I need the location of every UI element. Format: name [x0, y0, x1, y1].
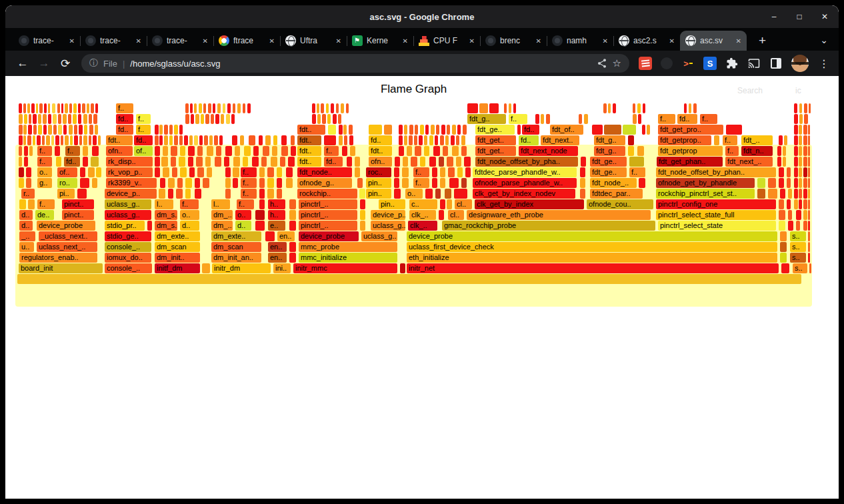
- flame-cell[interactable]: [155, 157, 160, 167]
- tab-asc-sv[interactable]: asc.sv✕: [680, 31, 747, 51]
- flame-cell[interactable]: [799, 189, 802, 199]
- flame-cell[interactable]: [787, 167, 791, 177]
- flame-cell[interactable]: [639, 178, 645, 188]
- flame-cell[interactable]: dm_init..: [155, 253, 200, 263]
- flame-cell[interactable]: [68, 114, 71, 124]
- flame-cell[interactable]: [19, 146, 22, 156]
- flame-cell[interactable]: [796, 210, 801, 220]
- flame-cell[interactable]: [808, 157, 810, 167]
- flame-cell[interactable]: ofnode_parse_phandle_w..: [473, 178, 577, 188]
- flame-cell[interactable]: pinctrl_select_state: [658, 221, 776, 231]
- flame-cell[interactable]: [794, 146, 798, 156]
- flame-cell[interactable]: [168, 189, 173, 199]
- flame-cell[interactable]: [394, 167, 399, 177]
- flame-cell[interactable]: [779, 135, 783, 145]
- flame-cell[interactable]: [440, 167, 445, 177]
- flame-cell[interactable]: [779, 210, 785, 220]
- new-tab-button[interactable]: +: [756, 33, 769, 51]
- minimize-icon[interactable]: –: [769, 12, 779, 21]
- flame-cell[interactable]: [794, 103, 797, 113]
- flame-cell[interactable]: h..: [268, 199, 285, 209]
- flame-cell[interactable]: [808, 178, 810, 188]
- dim-extension-icon[interactable]: [661, 57, 673, 69]
- flame-cell[interactable]: [155, 167, 160, 177]
- flame-cell[interactable]: [89, 135, 91, 145]
- flame-cell[interactable]: fdtdec_par..: [590, 189, 643, 199]
- flame-cell[interactable]: regulators_enab..: [19, 253, 97, 263]
- flame-cell[interactable]: fdt_g..: [594, 135, 625, 145]
- flame-cell[interactable]: [803, 189, 807, 199]
- flame-cell[interactable]: [227, 103, 231, 113]
- flame-cell[interactable]: [184, 135, 188, 145]
- flame-cell[interactable]: mmc_probe: [299, 242, 397, 252]
- flame-cell[interactable]: [199, 135, 203, 145]
- flame-cell[interactable]: [19, 135, 23, 145]
- flame-cell[interactable]: [38, 114, 41, 124]
- flame-cell[interactable]: ofn..: [369, 157, 392, 167]
- flame-cell[interactable]: [55, 135, 59, 145]
- flame-cell[interactable]: clk_..: [409, 210, 436, 220]
- flame-cell[interactable]: [80, 178, 89, 188]
- flame-cell[interactable]: [203, 178, 209, 188]
- flame-cell[interactable]: [33, 125, 37, 135]
- flame-cell[interactable]: s..: [793, 263, 807, 273]
- flame-cell[interactable]: [452, 125, 456, 135]
- flame-cell[interactable]: [331, 103, 334, 113]
- flame-cell[interactable]: [53, 125, 57, 135]
- flame-cell[interactable]: uclass_g..: [105, 210, 151, 220]
- flame-cell[interactable]: [19, 114, 23, 124]
- flame-cell[interactable]: fd..: [64, 157, 80, 167]
- flame-cell[interactable]: ofnode_g..: [297, 178, 352, 188]
- flame-cell[interactable]: [197, 167, 204, 177]
- flame-cell[interactable]: fdt..: [297, 157, 321, 167]
- flame-cell[interactable]: [191, 114, 194, 124]
- flame-cell[interactable]: [185, 178, 192, 188]
- flame-cell[interactable]: [360, 210, 365, 220]
- flame-cell[interactable]: [808, 189, 810, 199]
- flame-cell[interactable]: [580, 178, 585, 188]
- flame-cell[interactable]: [281, 146, 288, 156]
- flame-cell[interactable]: [768, 178, 776, 188]
- flame-cell[interactable]: initr_net: [407, 263, 779, 273]
- flame-cell[interactable]: [163, 146, 168, 156]
- url-text[interactable]: /home/sglass/u/asc.svg: [130, 59, 591, 69]
- flame-cell[interactable]: [168, 178, 175, 188]
- flame-cell[interactable]: [349, 135, 353, 145]
- flame-cell[interactable]: [207, 167, 212, 177]
- flame-cell[interactable]: uclass_g..: [105, 199, 151, 209]
- flame-cell[interactable]: initr_dm: [212, 263, 271, 273]
- flame-cell[interactable]: f..: [725, 146, 739, 156]
- tab-namh[interactable]: namh✕: [547, 31, 613, 51]
- flame-cell[interactable]: [451, 135, 455, 145]
- flame-cell[interactable]: [176, 189, 183, 199]
- flame-cell[interactable]: [56, 157, 61, 167]
- tab-kerne[interactable]: Kerne✕: [347, 31, 413, 51]
- flame-cell[interactable]: [799, 135, 802, 145]
- flame-cell[interactable]: [73, 103, 77, 113]
- flame-cell[interactable]: [69, 103, 72, 113]
- flame-cell[interactable]: [180, 146, 185, 156]
- flame-cell[interactable]: [185, 114, 189, 124]
- flame-cell[interactable]: [58, 125, 62, 135]
- flame-cell[interactable]: [286, 178, 293, 188]
- flame-cell[interactable]: [69, 125, 73, 135]
- flame-cell[interactable]: uclass_g..: [361, 231, 397, 241]
- flame-cell[interactable]: [155, 135, 159, 145]
- flame-cell[interactable]: [51, 135, 54, 145]
- flame-cell[interactable]: [24, 114, 27, 124]
- flame-cell[interactable]: en..: [268, 242, 287, 252]
- flame-cell[interactable]: [613, 103, 616, 113]
- flame-cell[interactable]: [194, 103, 197, 113]
- flame-cell[interactable]: [208, 103, 211, 113]
- menu-kebab-icon[interactable]: ⋮: [817, 57, 831, 70]
- flame-cell[interactable]: [205, 114, 209, 124]
- flame-cell[interactable]: fdt_g..: [467, 114, 506, 124]
- flame-cell[interactable]: device_probe: [37, 221, 95, 231]
- flame-cell[interactable]: [317, 114, 321, 124]
- flame-cell[interactable]: [629, 157, 644, 167]
- flame-cell[interactable]: dm_init_an..: [211, 253, 261, 263]
- flame-cell[interactable]: f..: [65, 146, 80, 156]
- flame-cell[interactable]: [546, 114, 550, 124]
- flame-cell[interactable]: [185, 103, 189, 113]
- flame-cell[interactable]: [188, 157, 193, 167]
